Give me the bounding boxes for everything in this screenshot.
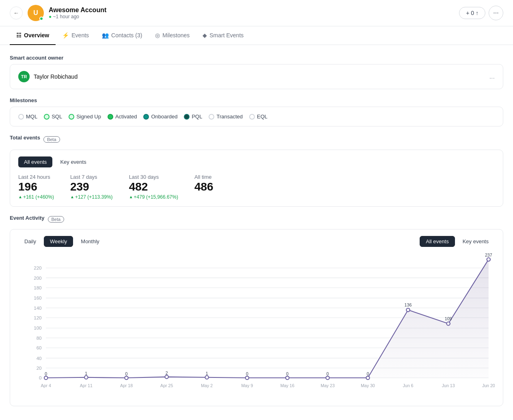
milestone-circle-sql — [44, 114, 50, 120]
nav-tabs: ☷ Overview ⚡ Events 👥 Contacts (3) ◎ Mil… — [0, 26, 513, 45]
more-options-button[interactable]: ··· — [489, 6, 503, 20]
total-events-card: All events Key events Last 24 hours 196 … — [10, 150, 503, 207]
svg-text:Apr 11: Apr 11 — [80, 383, 93, 388]
chart-point-7 — [326, 376, 329, 379]
svg-text:May 23: May 23 — [321, 383, 335, 388]
avatar: U — [28, 5, 44, 21]
tab-events[interactable]: ⚡ Events — [56, 26, 95, 45]
activity-controls: Daily Weekly Monthly All events Key even… — [18, 236, 495, 247]
stats-row: Last 24 hours 196 ▲ +161 (+460%) Last 7 … — [18, 174, 495, 200]
account-name: Awesome Account — [49, 6, 106, 14]
key-events-chart-toggle[interactable]: Key events — [457, 236, 495, 247]
period-weekly[interactable]: Weekly — [44, 236, 73, 247]
back-button[interactable]: ← — [10, 6, 23, 19]
period-monthly[interactable]: Monthly — [75, 236, 106, 247]
account-info: Awesome Account ● ~1 hour ago — [49, 6, 106, 19]
svg-text:May 2: May 2 — [201, 383, 213, 388]
period-toggle: Daily Weekly Monthly — [18, 236, 106, 247]
event-activity-label: Event Activity — [10, 215, 45, 221]
stat-30d: Last 30 days 482 ▲ +479 (+15,966.67%) — [129, 174, 178, 200]
key-events-toggle[interactable]: Key events — [54, 156, 92, 167]
chart-point-1 — [84, 375, 88, 379]
svg-text:136: 136 — [405, 302, 412, 307]
smart-events-icon: ◆ — [203, 32, 207, 39]
milestone-transacted: Transacted — [209, 114, 243, 120]
total-events-header: Total events Beta — [10, 135, 503, 144]
smart-account-owner-section: Smart account owner TR Taylor Robichaud … — [10, 55, 503, 89]
all-events-chart-toggle[interactable]: All events — [420, 236, 455, 247]
owner-name: Taylor Robichaud — [34, 73, 485, 80]
smart-account-owner-label: Smart account owner — [10, 55, 503, 61]
tab-smart-events[interactable]: ◆ Smart Events — [196, 26, 250, 45]
event-activity-beta-badge: Beta — [48, 216, 65, 223]
milestone-circle-eql — [249, 114, 255, 120]
svg-text:May 16: May 16 — [280, 383, 295, 388]
chart-point-0 — [44, 376, 47, 379]
svg-text:109: 109 — [445, 316, 452, 321]
header-left: ← U Awesome Account ● ~1 hour ago — [10, 5, 106, 21]
event-activity-chart: 0 20 40 60 80 100 120 140 — [18, 253, 495, 399]
total-events-label: Total events — [10, 135, 40, 141]
milestone-circle-onboarded — [143, 114, 149, 120]
svg-text:237: 237 — [485, 253, 492, 257]
milestone-signed-up: Signed Up — [69, 114, 101, 120]
svg-text:1: 1 — [85, 371, 87, 375]
svg-text:Jun 20: Jun 20 — [482, 383, 495, 388]
tab-milestones[interactable]: ◎ Milestones — [149, 26, 196, 45]
milestone-circle-mql — [18, 114, 24, 120]
chart-fill-area — [46, 259, 489, 378]
milestone-mql: MQL — [18, 114, 37, 120]
header-right: + 0 ↑ ··· — [459, 6, 503, 20]
account-time: ● ~1 hour ago — [49, 14, 106, 19]
chart-point-8 — [366, 376, 369, 379]
svg-text:Apr 18: Apr 18 — [120, 383, 133, 388]
svg-text:140: 140 — [34, 305, 42, 311]
owner-more-button[interactable]: ... — [489, 73, 495, 80]
all-events-toggle[interactable]: All events — [18, 156, 52, 167]
svg-text:40: 40 — [37, 355, 42, 360]
svg-text:0: 0 — [326, 371, 329, 376]
svg-text:60: 60 — [37, 345, 42, 350]
add-button[interactable]: + 0 ↑ — [459, 7, 485, 19]
milestone-eql: EQL — [249, 114, 267, 120]
svg-text:1: 1 — [206, 371, 208, 375]
milestones-icon: ◎ — [155, 32, 160, 39]
owner-avatar: TR — [18, 71, 30, 82]
chart-point-4 — [205, 375, 208, 379]
svg-text:80: 80 — [37, 335, 42, 341]
events-icon: ⚡ — [62, 32, 69, 39]
svg-text:2: 2 — [166, 370, 168, 375]
milestone-circle-pql — [184, 114, 190, 120]
milestone-circle-transacted — [209, 114, 214, 120]
chart-point-9 — [406, 308, 410, 311]
smart-account-owner-card: TR Taylor Robichaud ... — [10, 64, 503, 89]
main-content: Smart account owner TR Taylor Robichaud … — [0, 45, 513, 416]
svg-text:Jun 13: Jun 13 — [442, 383, 455, 388]
svg-text:0: 0 — [39, 375, 42, 380]
milestone-circle-signed-up — [69, 114, 74, 120]
svg-text:0: 0 — [286, 371, 289, 376]
period-daily[interactable]: Daily — [18, 236, 42, 247]
tab-contacts[interactable]: 👥 Contacts (3) — [95, 26, 149, 45]
tab-overview[interactable]: ☷ Overview — [10, 26, 56, 45]
milestone-activated: Activated — [108, 114, 137, 120]
total-events-section: Total events Beta All events Key events … — [10, 135, 503, 207]
overview-icon: ☷ — [16, 32, 22, 39]
chart-point-6 — [286, 376, 289, 379]
chart-svg: 0 20 40 60 80 100 120 140 — [18, 253, 495, 399]
milestones-section: Milestones MQL SQL Signed Up — [10, 97, 503, 126]
owner-row: TR Taylor Robichaud ... — [18, 71, 495, 82]
milestone-pql: PQL — [184, 114, 202, 120]
svg-text:May 9: May 9 — [241, 383, 253, 388]
milestone-onboarded: Onboarded — [143, 114, 177, 120]
svg-text:120: 120 — [34, 315, 42, 320]
stat-alltime: All time 486 — [194, 174, 213, 200]
milestone-circle-activated — [108, 114, 113, 120]
svg-text:220: 220 — [34, 265, 42, 270]
svg-text:0: 0 — [45, 371, 47, 376]
milestones-label: Milestones — [10, 97, 503, 103]
chart-point-2 — [125, 376, 128, 379]
event-activity-card: Daily Weekly Monthly All events Key even… — [10, 229, 503, 406]
chart-point-10 — [446, 322, 450, 325]
milestones-card: MQL SQL Signed Up Activated — [10, 107, 503, 126]
